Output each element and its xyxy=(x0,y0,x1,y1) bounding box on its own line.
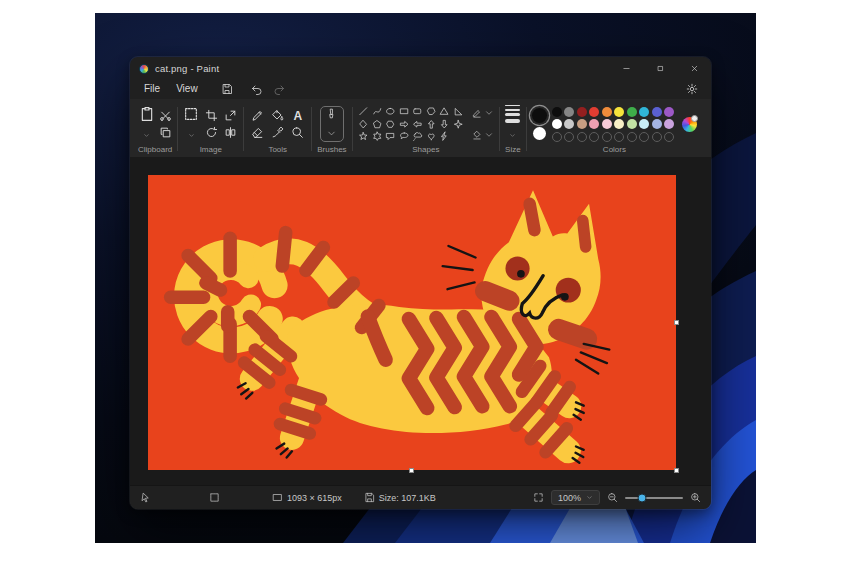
eraser-tool-button[interactable] xyxy=(251,126,264,139)
shape-callout-cloud-icon[interactable] xyxy=(412,128,423,146)
brushes-button[interactable] xyxy=(320,106,344,142)
palette-swatch-empty[interactable] xyxy=(614,132,624,142)
group-clipboard: Clipboard xyxy=(135,101,175,157)
palette-swatch-r2-c9[interactable] xyxy=(652,119,662,129)
color2-swatch[interactable] xyxy=(533,127,546,140)
palette-swatch-r1-c5[interactable] xyxy=(602,107,612,117)
toolbar-separator xyxy=(311,107,312,151)
edit-colors-wheel-button[interactable] xyxy=(682,117,697,132)
group-label-tools: Tools xyxy=(268,145,287,156)
fit-to-window-button[interactable] xyxy=(533,492,544,503)
palette-swatch-r1-c8[interactable] xyxy=(639,107,649,117)
menu-view[interactable]: View xyxy=(168,81,206,96)
rotate-button[interactable] xyxy=(205,126,218,139)
shape-star-6-icon[interactable] xyxy=(372,128,383,146)
paste-chevron-down-icon[interactable] xyxy=(143,125,150,143)
color-picker-tool-button[interactable] xyxy=(271,126,284,139)
palette-swatch-r1-c1[interactable] xyxy=(552,107,562,117)
group-label-size: Size xyxy=(505,145,521,156)
settings-gear-icon[interactable] xyxy=(681,83,703,95)
palette-swatch-r2-c7[interactable] xyxy=(627,119,637,129)
undo-button[interactable] xyxy=(246,83,268,95)
color-palette xyxy=(552,107,675,142)
palette-swatch-empty[interactable] xyxy=(639,132,649,142)
brush-icon xyxy=(326,105,337,123)
palette-swatch-empty[interactable] xyxy=(577,132,587,142)
shape-callout-oval-icon[interactable] xyxy=(399,128,410,146)
minimize-button[interactable] xyxy=(609,59,643,78)
palette-swatch-r1-c4[interactable] xyxy=(589,107,599,117)
color1-swatch[interactable] xyxy=(532,108,547,123)
palette-swatch-r2-c6[interactable] xyxy=(614,119,624,129)
palette-swatch-r2-c1[interactable] xyxy=(552,119,562,129)
zoom-slider[interactable] xyxy=(625,497,683,499)
drawing-canvas[interactable] xyxy=(148,175,676,470)
size-button[interactable] xyxy=(505,105,520,143)
group-label-image: Image xyxy=(200,145,222,156)
palette-swatch-empty[interactable] xyxy=(552,132,562,142)
palette-swatch-r1-c2[interactable] xyxy=(564,107,574,117)
palette-swatch-r2-c8[interactable] xyxy=(639,119,649,129)
shape-callout-rounded-icon[interactable] xyxy=(385,128,396,146)
zoom-level-dropdown[interactable]: 100% xyxy=(551,490,600,505)
palette-swatch-r2-c2[interactable] xyxy=(564,119,574,129)
palette-swatch-r2-c10[interactable] xyxy=(664,119,674,129)
zoom-in-button[interactable] xyxy=(690,492,701,503)
select-chevron-down-icon[interactable] xyxy=(188,125,195,143)
canvas-resize-handle-corner[interactable] xyxy=(674,468,679,473)
palette-swatch-r1-c7[interactable] xyxy=(627,107,637,117)
brushes-chevron-down-icon xyxy=(326,125,337,143)
fill-tool-button[interactable] xyxy=(271,109,284,122)
group-colors: Colors xyxy=(529,101,701,157)
shape-star-4-icon[interactable] xyxy=(453,115,464,133)
palette-swatch-r1-c10[interactable] xyxy=(664,107,674,117)
palette-swatch-empty[interactable] xyxy=(602,132,612,142)
group-brushes: Brushes xyxy=(314,101,349,157)
palette-swatch-r2-c3[interactable] xyxy=(577,119,587,129)
toolbar: Clipboard xyxy=(130,99,711,157)
close-button[interactable] xyxy=(677,59,711,78)
caption-buttons xyxy=(609,59,711,78)
pencil-tool-button[interactable] xyxy=(251,109,264,122)
paste-button[interactable] xyxy=(139,106,155,122)
magnifier-tool-button[interactable] xyxy=(291,126,304,139)
toolbar-separator xyxy=(243,107,244,151)
crop-button[interactable] xyxy=(205,109,218,122)
shape-lightning-icon[interactable] xyxy=(439,128,450,146)
palette-swatch-empty[interactable] xyxy=(589,132,599,142)
shape-fill-button[interactable] xyxy=(472,126,494,144)
save-button[interactable] xyxy=(216,83,238,95)
palette-swatch-r2-c5[interactable] xyxy=(602,119,612,129)
palette-swatch-empty[interactable] xyxy=(564,132,574,142)
palette-swatch-r1-c9[interactable] xyxy=(652,107,662,117)
window-title: cat.png - Paint xyxy=(155,63,219,74)
flip-button[interactable] xyxy=(224,126,237,139)
tiger-artwork xyxy=(148,175,676,470)
shape-heart-icon[interactable] xyxy=(426,128,437,146)
paint-app-icon xyxy=(139,64,149,74)
shape-outline-button[interactable] xyxy=(472,104,494,122)
zoom-level-value: 100% xyxy=(558,493,581,503)
palette-swatch-empty[interactable] xyxy=(652,132,662,142)
copy-button[interactable] xyxy=(159,126,172,139)
outline-chevron-down-icon xyxy=(484,104,494,122)
redo-button[interactable] xyxy=(268,83,290,95)
canvas-resize-handle-right[interactable] xyxy=(674,320,679,325)
palette-swatch-r1-c6[interactable] xyxy=(614,107,624,117)
menu-file[interactable]: File xyxy=(136,81,168,96)
text-tool-button[interactable]: A xyxy=(293,109,302,123)
statusbar: 1093 × 615px Size: 107.1KB 100% xyxy=(130,485,711,509)
shape-star-5-icon[interactable] xyxy=(358,128,369,146)
maximize-button[interactable] xyxy=(643,59,677,78)
palette-swatch-r1-c3[interactable] xyxy=(577,107,587,117)
zoom-slider-thumb[interactable] xyxy=(638,493,647,502)
cut-button[interactable] xyxy=(159,110,172,123)
selection-size-icon xyxy=(209,492,220,503)
resize-button[interactable] xyxy=(224,109,237,122)
zoom-out-button[interactable] xyxy=(607,492,618,503)
canvas-resize-handle-bottom[interactable] xyxy=(409,468,414,473)
palette-swatch-empty[interactable] xyxy=(627,132,637,142)
palette-swatch-r2-c4[interactable] xyxy=(589,119,599,129)
select-button[interactable] xyxy=(183,106,199,122)
palette-swatch-empty[interactable] xyxy=(664,132,674,142)
